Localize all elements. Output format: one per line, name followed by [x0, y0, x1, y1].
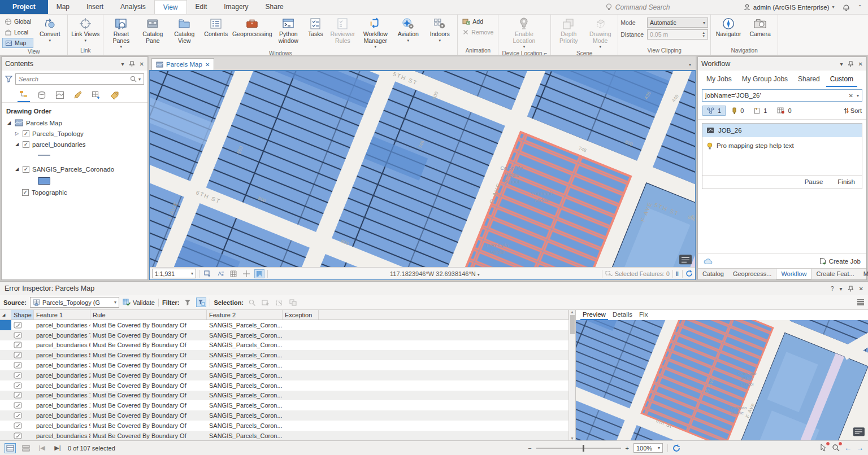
- sangis-polygon-symbol[interactable]: [2, 174, 147, 187]
- zoom-to-selection-icon[interactable]: [247, 298, 257, 307]
- error-table-row[interactable]: parcel_boundaries 16 Must Be Covered By …: [0, 400, 568, 410]
- filter-errors-icon[interactable]: [183, 298, 193, 307]
- user-menu[interactable]: admin (ArcGIS Enterprise) ▾: [744, 4, 835, 11]
- zoom-notification-icon[interactable]: [832, 444, 840, 453]
- refresh-icon[interactable]: [672, 444, 680, 452]
- map-scale-combo[interactable]: 1:1,931▾: [152, 269, 196, 278]
- clear-query-icon[interactable]: ✕: [849, 93, 853, 99]
- pause-job-button[interactable]: Pause: [805, 178, 823, 185]
- pane-menu-chevron-icon[interactable]: ▾: [840, 61, 843, 67]
- overdue-count[interactable]: 0: [773, 106, 795, 115]
- zoom-in-icon[interactable]: +: [626, 445, 629, 452]
- error-table-row[interactable]: parcel_boundaries 4 Must Be Covered By B…: [0, 320, 568, 330]
- dock-tab-modify-features[interactable]: Modify Feat...: [859, 269, 868, 279]
- source-combo[interactable]: Parcels_Topology (G ▾: [30, 297, 119, 308]
- expander-icon[interactable]: ◢: [6, 120, 12, 125]
- column-header-feature1[interactable]: Feature 1: [34, 310, 90, 320]
- map-canvas[interactable]: 5TH ST 6TH ST 5TH ST I AVE G AVE F AVE 5…: [150, 71, 695, 267]
- catalog-view-button[interactable]: Catalog View: [169, 16, 199, 45]
- catalog-pane-button[interactable]: Catalog Pane: [137, 16, 168, 45]
- clipping-mode-select[interactable]: Automatic▾: [647, 18, 708, 28]
- error-table-row[interactable]: parcel_boundaries 2 Must Be Covered By B…: [0, 370, 568, 380]
- map-zoom-slider[interactable]: − +: [528, 445, 629, 452]
- local-button[interactable]: Local: [2, 27, 33, 37]
- layer-checkbox[interactable]: ✓: [22, 189, 29, 196]
- drawing-mode-button[interactable]: Drawing Mode▾: [585, 16, 615, 50]
- layer-topographic[interactable]: ✓ Topographic: [2, 187, 147, 198]
- close-pane-icon[interactable]: ✕: [858, 61, 863, 67]
- command-search-input[interactable]: Command Search: [606, 3, 736, 11]
- table-scrollbar[interactable]: ▲▼: [568, 310, 575, 440]
- query-chevron-icon[interactable]: ▾: [857, 93, 859, 98]
- close-pane-icon[interactable]: ✕: [140, 61, 144, 67]
- filter-by-extent-icon[interactable]: [196, 298, 206, 307]
- list-by-drawing-order-tab[interactable]: [18, 90, 30, 102]
- aviation-button[interactable]: Aviation▾: [393, 16, 423, 43]
- layer-checkbox[interactable]: ✓: [23, 166, 29, 173]
- reviewer-rules-button[interactable]: Reviewer Rules: [327, 16, 358, 45]
- map-overview-toggle-icon[interactable]: [853, 427, 865, 436]
- list-by-editing-tab[interactable]: [72, 90, 84, 102]
- layer-parcels-topology[interactable]: ▷ ✓ Parcels_Topology: [2, 128, 147, 139]
- job-query-input[interactable]: [705, 92, 849, 99]
- dock-tab-geoprocessing[interactable]: Geoprocess...: [728, 269, 776, 279]
- tasks-button[interactable]: Tasks: [305, 16, 326, 39]
- tab-insert[interactable]: Insert: [78, 0, 112, 14]
- back-arrow-icon[interactable]: ←: [844, 444, 852, 452]
- reset-panes-button[interactable]: Reset Panes▾: [106, 16, 136, 50]
- column-header-feature2[interactable]: Feature 2: [207, 310, 283, 320]
- notifications-bell-icon[interactable]: [843, 3, 850, 11]
- animation-add-button[interactable]: Add: [460, 16, 496, 27]
- grid-icon[interactable]: [228, 269, 238, 278]
- error-preview-map[interactable]: 6th St G Ave F Ave Coronado Middle Schoo…: [576, 320, 868, 440]
- table-menu-icon[interactable]: [857, 299, 865, 307]
- clear-selection-icon[interactable]: [288, 298, 298, 307]
- map-coordinates[interactable]: 117.1823946°W 32.6938146°N ▾: [271, 270, 599, 277]
- layer-parcels-map[interactable]: ◢ Parcels Map: [2, 117, 147, 128]
- list-by-snapping-tab[interactable]: [90, 90, 102, 102]
- error-table-row[interactable]: parcel_boundaries 17 Must Be Covered By …: [0, 410, 568, 421]
- indoors-button[interactable]: Indoors▾: [424, 16, 455, 43]
- error-table-row[interactable]: parcel_boundaries 7 Must Be Covered By B…: [0, 330, 568, 340]
- expander-icon[interactable]: ▷: [14, 131, 20, 136]
- sort-button[interactable]: Sort: [844, 107, 862, 114]
- holds-count[interactable]: 0: [728, 106, 748, 116]
- error-table-row[interactable]: parcel_boundaries 8 Must Be Covered By B…: [0, 431, 568, 440]
- map-overview-toggle-icon[interactable]: [679, 255, 692, 264]
- contents-search-box[interactable]: ▾: [15, 73, 144, 85]
- create-job-button[interactable]: Create Job: [819, 257, 861, 265]
- expander-icon[interactable]: ◢: [14, 167, 20, 172]
- layer-parcel-boundaries[interactable]: ◢ ✓ parcel_boundaries: [2, 139, 147, 150]
- job-card-header[interactable]: JOB_26: [702, 124, 862, 137]
- workflow-tab-custom[interactable]: Custom: [826, 74, 857, 87]
- contents-search-input[interactable]: [19, 76, 130, 82]
- pane-menu-chevron-icon[interactable]: ▾: [121, 61, 124, 67]
- fix-tab[interactable]: Fix: [637, 311, 650, 320]
- dock-tab-create-features[interactable]: Create Feat...: [811, 269, 858, 279]
- close-map-tab-icon[interactable]: ✕: [205, 62, 210, 68]
- error-table-row[interactable]: parcel_boundaries 9 Must Be Covered By B…: [0, 421, 568, 431]
- clipping-distance-input[interactable]: 0.05 m▲▼: [647, 29, 708, 40]
- workflow-manager-button[interactable]: Workflow Manager▾: [359, 16, 392, 50]
- pan-to-selection-icon[interactable]: [261, 298, 271, 307]
- zoom-slider-thumb[interactable]: [583, 445, 584, 452]
- editing-status-icon[interactable]: [254, 269, 264, 278]
- row-marker-header[interactable]: ◢: [0, 310, 11, 320]
- map-tab-parcels-map[interactable]: Parcels Map ✕: [151, 58, 214, 70]
- contents-button[interactable]: Contents: [201, 16, 231, 39]
- tab-map[interactable]: Map: [48, 0, 78, 14]
- global-button[interactable]: Global: [2, 16, 33, 27]
- collapse-ribbon-icon[interactable]: ⌃: [858, 4, 862, 10]
- list-by-labeling-tab[interactable]: [108, 90, 120, 102]
- error-table-row[interactable]: parcel_boundaries 6 Must Be Covered By B…: [0, 340, 568, 351]
- workflow-tab-my-jobs[interactable]: My Jobs: [702, 74, 736, 87]
- refresh-icon[interactable]: [685, 270, 693, 277]
- zoom-percent-combo[interactable]: 100%▾: [633, 443, 663, 453]
- table-view-icon[interactable]: [5, 443, 16, 453]
- dock-tab-workflow[interactable]: Workflow: [776, 269, 811, 279]
- list-by-data-source-tab[interactable]: [36, 90, 48, 102]
- dock-tab-catalog[interactable]: Catalog: [698, 269, 728, 279]
- pane-menu-chevron-icon[interactable]: ▾: [840, 286, 843, 292]
- boundaries-line-symbol[interactable]: [2, 150, 147, 160]
- notes-count[interactable]: 1: [750, 106, 771, 116]
